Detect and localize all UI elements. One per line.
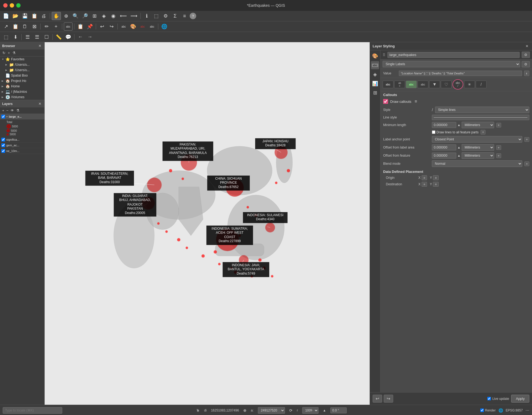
tab-background[interactable]: abc — [418, 81, 428, 88]
select-rect[interactable]: ⬚ — [2, 33, 10, 41]
paste-btn[interactable]: 📌 — [86, 22, 94, 31]
layer-select[interactable]: 📋 — [11, 22, 20, 31]
styling-close-btn[interactable]: ✕ — [525, 44, 529, 48]
copy-btn[interactable]: 📋 — [76, 22, 85, 31]
layer-remove[interactable]: − — [6, 108, 9, 113]
add-feature[interactable]: + — [52, 22, 60, 31]
new-file-btn[interactable]: 📄 — [2, 12, 10, 20]
layer-name-input[interactable] — [387, 52, 520, 58]
origin-x-btn[interactable]: ≡ — [422, 175, 427, 180]
zoom-out-btn[interactable]: 🔎 — [81, 12, 89, 20]
favorites-item[interactable]: ▼ ⭐ Favorites — [0, 57, 44, 62]
attr-table[interactable]: ☰ — [23, 33, 32, 41]
help-btn[interactable]: ? — [190, 13, 196, 19]
select-options[interactable]: ⬇ — [11, 33, 20, 41]
origin-y-btn[interactable]: ≡ — [433, 175, 438, 180]
undo-history-btn[interactable]: ↩ — [373, 395, 382, 403]
offset-feature-input[interactable] — [432, 153, 456, 159]
zoom-next-btn[interactable]: ⟶ — [129, 12, 139, 20]
table-btn[interactable]: ≡ — [180, 12, 189, 20]
close-button[interactable] — [3, 3, 8, 8]
blend-mode-select[interactable]: Normal — [432, 160, 522, 167]
min-length-input[interactable] — [432, 122, 456, 128]
undo-btn[interactable]: ↩ — [98, 22, 106, 31]
scale-select[interactable]: 249127520 — [258, 407, 285, 414]
home-item[interactable]: ▶ 🏠 Home — [0, 84, 44, 89]
label-tool[interactable]: abc — [64, 22, 73, 31]
layer-ne10m[interactable]: ne_10m... — [0, 148, 44, 154]
line-preview[interactable] — [432, 115, 529, 120]
pan-btn[interactable]: ✋ — [52, 12, 61, 20]
layer-props[interactable]: ☐ — [42, 33, 51, 41]
map-area[interactable]: IRAN: SOUTHEASTERN;BAM, BARAVATDeaths:31… — [45, 42, 370, 405]
layer-large-e[interactable]: ● large_e... — [0, 114, 44, 120]
tab-placement[interactable]: ✳ — [464, 81, 475, 88]
styling-icon-diagram[interactable]: 📊 — [371, 80, 379, 88]
zoom-select[interactable]: 100% — [302, 407, 318, 414]
abc-label[interactable]: abc — [119, 22, 128, 31]
zoom-in-btn[interactable]: 🔍 — [71, 12, 80, 20]
layer-ne-check[interactable] — [1, 149, 5, 153]
value-expression-input[interactable] — [399, 71, 522, 76]
identify-btn[interactable]: ℹ — [142, 12, 151, 20]
more-btn[interactable]: ⋯ — [526, 408, 529, 413]
min-length-up[interactable]: ▲ — [457, 123, 461, 127]
draw-lines-defined[interactable]: ≡ — [481, 130, 485, 134]
label-anchor-defined[interactable]: ≡ — [524, 137, 529, 142]
open-file-btn[interactable]: 📂 — [11, 12, 20, 20]
label-type-select[interactable]: Single Labels — [383, 61, 520, 67]
offset-label-unit[interactable]: Millimeters — [462, 144, 494, 151]
draw-callouts-help[interactable]: ≡ — [415, 99, 417, 104]
users2-item[interactable]: ▶ 📁 /Users/u... — [0, 67, 44, 73]
layer-significa[interactable]: significa... — [0, 137, 44, 143]
mac-item[interactable]: ▶ 💻 / (Macintos — [0, 89, 44, 94]
layer-vis[interactable]: 👁 — [10, 108, 15, 113]
abc-red[interactable]: abc — [138, 22, 147, 31]
tab-rendering[interactable]: / — [476, 81, 487, 88]
browser-close[interactable]: ✕ — [38, 44, 42, 48]
redo-btn[interactable]: ↪ — [107, 22, 116, 31]
layer-name-gear[interactable]: ⚙ — [522, 52, 530, 58]
layers-close[interactable]: ✕ — [38, 101, 42, 106]
tab-shadow[interactable]: ▼ — [429, 81, 440, 88]
draw-callouts-check[interactable] — [383, 99, 388, 104]
styling-icon-label[interactable]: abc — [371, 61, 379, 69]
blend-mode-defined[interactable]: ≡ — [524, 162, 529, 166]
offset-feature-unit[interactable]: Millimeters — [462, 152, 494, 159]
annotation[interactable]: 💬 — [64, 33, 73, 41]
tab-mask[interactable]: ♡ — [441, 81, 452, 88]
sum-btn[interactable]: Σ — [171, 12, 179, 20]
browser-add[interactable]: + — [7, 51, 11, 55]
zoom-select-btn[interactable]: ◉ — [109, 12, 118, 20]
save-as-btn[interactable]: 📋 — [30, 12, 39, 20]
select-btn[interactable]: ⬚ — [152, 12, 160, 20]
maximize-button[interactable] — [16, 3, 21, 8]
browser-filter[interactable]: ⚗ — [12, 51, 17, 55]
layer-sig-check[interactable] — [1, 138, 5, 141]
offset-label-defined[interactable]: ≡ — [496, 145, 501, 150]
settings-btn[interactable]: ⚙ — [161, 12, 170, 20]
globe-btn[interactable]: 🌐 — [160, 22, 169, 31]
rotation-input[interactable] — [330, 407, 347, 413]
layer-add[interactable]: + — [1, 108, 5, 113]
tab-callouts[interactable]: abc⁄ — [452, 79, 463, 90]
deselect[interactable]: 🗒 — [21, 22, 29, 31]
users1-item[interactable]: ▶ 📁 /Users/u... — [0, 62, 44, 67]
fwd-nav[interactable]: → — [86, 33, 94, 41]
spatial-book-item[interactable]: 📄 Spatial Boo — [0, 73, 44, 78]
label-anchor-select[interactable]: Closest Point — [432, 136, 522, 143]
min-length-defined[interactable]: ≡ — [496, 123, 501, 127]
abc-btn2[interactable]: abc — [148, 22, 156, 31]
browser-refresh[interactable]: ↻ — [2, 51, 6, 55]
select-location[interactable]: ⊠ — [30, 22, 39, 31]
styling-icon-paint[interactable]: 🎨 — [371, 52, 379, 60]
redo-history-btn[interactable]: ↪ — [384, 395, 393, 403]
project-home-item[interactable]: ▶ 🏠 Project Ho — [0, 78, 44, 84]
value-expr-btn[interactable]: ε — [524, 71, 529, 76]
edit-btn[interactable]: ✏ — [42, 22, 51, 31]
live-update-checkbox[interactable] — [487, 397, 491, 400]
draw-lines-check[interactable] — [432, 130, 435, 134]
offset-label-input[interactable] — [432, 144, 456, 150]
save-btn[interactable]: 💾 — [21, 12, 29, 20]
locate-input[interactable] — [3, 407, 62, 414]
